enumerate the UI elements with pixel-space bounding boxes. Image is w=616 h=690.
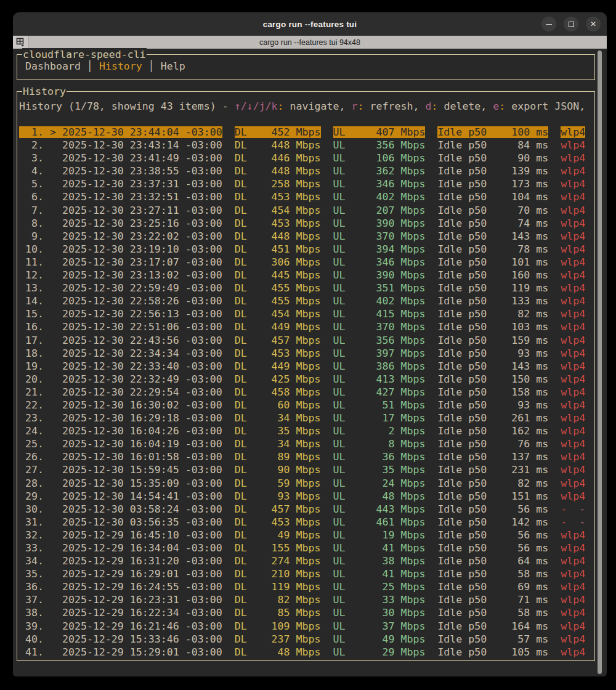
latency-cell: Idle p50 105 ms [437,646,548,658]
table-row[interactable]: 36. 2025-12-29 16:24:55 -03:00 DL 119 Mb… [19,580,593,593]
table-row[interactable]: 2. 2025-12-30 23:43:14 -03:00 DL 448 Mbp… [19,139,593,152]
table-row[interactable]: 11. 2025-12-30 23:17:07 -03:00 DL 306 Mb… [19,256,593,269]
table-row[interactable]: 7. 2025-12-30 23:27:11 -03:00 DL 454 Mbp… [19,204,593,217]
table-row[interactable]: 41. 2025-12-29 15:29:01 -03:00 DL 48 Mbp… [19,646,593,659]
table-row[interactable]: 16. 2025-12-30 22:51:06 -03:00 DL 449 Mb… [19,320,593,333]
gap [222,178,235,190]
upload-cell: UL 207 Mbps [333,205,426,216]
gap [548,165,561,177]
table-row[interactable]: 38. 2025-12-29 16:22:34 -03:00 DL 85 Mbp… [19,606,593,619]
table-row[interactable]: 19. 2025-12-30 22:33:40 -03:00 DL 449 Mb… [19,360,593,373]
table-row[interactable]: 25. 2025-12-30 16:04:19 -03:00 DL 34 Mbp… [19,437,593,450]
table-row[interactable]: 31. 2025-12-30 03:56:35 -03:00 DL 453 Mb… [19,516,593,529]
row-timestamp-cell: 5. 2025-12-30 23:37:31 -03:00 [19,178,222,190]
key-desc: refresh, [364,100,426,112]
gap [222,503,235,515]
maximize-button[interactable] [564,17,578,31]
latency-cell: Idle p50 231 ms [437,464,548,476]
table-row[interactable]: 29. 2025-12-30 14:54:41 -03:00 DL 93 Mbp… [19,490,593,503]
download-cell: DL 454 Mbps [235,308,321,320]
table-row[interactable]: 13. 2025-12-30 22:59:49 -03:00 DL 455 Mb… [19,282,593,294]
interface-cell: wlp4 [561,178,585,190]
latency-cell: Idle p50 74 ms [437,217,548,229]
table-row[interactable]: 17. 2025-12-30 22:43:56 -03:00 DL 457 Mb… [19,334,593,347]
upload-cell: UL 402 Mbps [333,191,426,203]
minimize-button[interactable] [541,17,556,31]
table-row[interactable]: 22. 2025-12-30 16:30:02 -03:00 DL 60 Mbp… [19,399,593,412]
tab-help[interactable]: Help [161,60,185,72]
interface-cell: wlp4 [561,464,585,476]
download-cell: DL 109 Mbps [235,620,321,632]
latency-cell: Idle p50 70 ms [437,205,548,216]
upload-cell: UL 2 Mbps [333,425,426,437]
row-timestamp-cell: 16. 2025-12-30 22:51:06 -03:00 [19,321,222,333]
table-row[interactable]: 15. 2025-12-30 22:56:13 -03:00 DL 454 Mb… [19,307,593,320]
gap [425,620,437,632]
gap [425,542,437,554]
table-row[interactable]: 24. 2025-12-30 16:04:26 -03:00 DL 35 Mbp… [19,424,593,437]
interface-cell: wlp4 [561,555,585,567]
table-row[interactable]: 37. 2025-12-29 16:23:31 -03:00 DL 82 Mbp… [19,593,593,606]
key-hint: r [352,100,358,112]
row-timestamp-cell: 9. 2025-12-30 23:22:02 -03:00 [19,230,222,242]
latency-cell: Idle p50 164 ms [437,620,548,632]
gap [222,282,235,294]
upload-cell: UL 37 Mbps [333,620,426,632]
window-title: cargo run --features tui [263,20,357,29]
gap [222,399,235,411]
table-row[interactable]: 30. 2025-12-30 03:58:24 -03:00 DL 457 Mb… [19,503,593,516]
gap [321,529,333,541]
table-row[interactable]: 9. 2025-12-30 23:22:02 -03:00 DL 448 Mbp… [19,230,593,243]
tab-divider: │ [142,60,161,72]
upload-cell: UL 19 Mbps [333,529,426,541]
latency-cell: Idle p50 58 ms [437,568,548,580]
gap [548,451,561,463]
table-row[interactable]: 14. 2025-12-30 22:58:26 -03:00 DL 455 Mb… [19,294,593,307]
table-row[interactable]: 33. 2025-12-29 16:34:04 -03:00 DL 155 Mb… [19,542,593,554]
table-row[interactable]: 35. 2025-12-29 16:29:01 -03:00 DL 210 Mb… [19,567,593,580]
table-row[interactable]: 21. 2025-12-30 22:29:54 -03:00 DL 458 Mb… [19,386,593,399]
history-help-line: History (1/78, showing 43 items) - ↑/↓/j… [19,100,593,113]
gap [321,451,333,463]
table-row[interactable]: 20. 2025-12-30 22:32:49 -03:00 DL 425 Mb… [19,373,593,386]
gap [321,646,333,658]
tab-dashboard[interactable]: Dashboard [25,60,81,72]
table-row[interactable]: 27. 2025-12-30 15:59:45 -03:00 DL 90 Mbp… [19,463,593,476]
latency-cell: Idle p50 100 ms [437,126,548,138]
tab-history[interactable]: History [99,60,142,72]
close-button[interactable]: ✕ [586,17,601,31]
table-row[interactable]: 40. 2025-12-29 15:33:46 -03:00 DL 237 Mb… [19,633,593,646]
latency-cell: Idle p50 82 ms [437,308,548,320]
table-row[interactable]: 8. 2025-12-30 23:25:16 -03:00 DL 453 Mbp… [19,217,593,230]
table-row[interactable]: 1. > 2025-12-30 23:44:04 -03:00 DL 452 M… [19,126,593,139]
table-row[interactable]: 6. 2025-12-30 23:32:51 -03:00 DL 453 Mbp… [19,190,593,203]
latency-cell: Idle p50 101 ms [437,256,548,268]
scrollbar[interactable] [598,51,602,674]
row-timestamp-cell: 1. > 2025-12-30 23:44:04 -03:00 [19,126,222,138]
gap [222,607,235,619]
gap [548,555,561,567]
interface-cell: wlp4 [561,607,585,619]
row-timestamp-cell: 38. 2025-12-29 16:22:34 -03:00 [19,607,222,619]
table-row[interactable]: 4. 2025-12-30 23:38:55 -03:00 DL 448 Mbp… [19,164,593,177]
table-row[interactable]: 18. 2025-12-30 22:34:34 -03:00 DL 453 Mb… [19,347,593,360]
table-row[interactable]: 32. 2025-12-29 16:45:10 -03:00 DL 49 Mbp… [19,529,593,542]
gap [548,386,561,398]
window-list-button[interactable] [13,36,29,49]
row-timestamp-cell: 26. 2025-12-30 16:01:58 -03:00 [19,451,222,463]
table-row[interactable]: 34. 2025-12-29 16:31:20 -03:00 DL 274 Mb… [19,554,593,567]
table-row[interactable]: 26. 2025-12-30 16:01:58 -03:00 DL 89 Mbp… [19,450,593,463]
latency-cell: Idle p50 56 ms [437,529,548,541]
table-row[interactable]: 3. 2025-12-30 23:41:49 -03:00 DL 446 Mbp… [19,152,593,164]
interface-cell: wlp4 [561,256,585,268]
table-row[interactable]: 28. 2025-12-30 15:35:09 -03:00 DL 59 Mbp… [19,477,593,490]
latency-cell: Idle p50 261 ms [437,412,548,424]
titlebar[interactable]: cargo run --features tui ✕ [13,12,607,36]
table-row[interactable]: 10. 2025-12-30 23:19:10 -03:00 DL 451 Mb… [19,243,593,256]
table-row[interactable]: 12. 2025-12-30 23:13:02 -03:00 DL 445 Mb… [19,269,593,282]
table-row[interactable]: 5. 2025-12-30 23:37:31 -03:00 DL 258 Mbp… [19,177,593,190]
gap [321,399,333,411]
download-cell: DL 453 Mbps [235,217,321,229]
table-row[interactable]: 23. 2025-12-30 16:29:18 -03:00 DL 34 Mbp… [19,412,593,424]
table-row[interactable]: 39. 2025-12-29 16:21:46 -03:00 DL 109 Mb… [19,620,593,633]
